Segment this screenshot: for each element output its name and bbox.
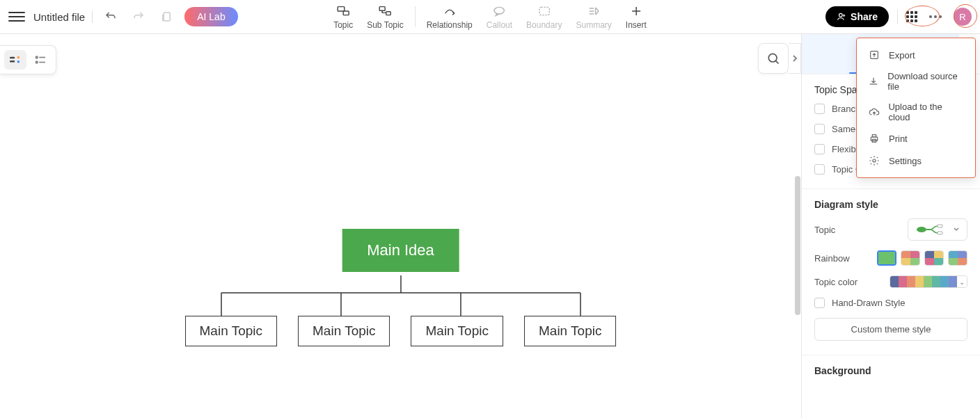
row-topic-color: Topic color ⌄ [814, 275, 967, 288]
topic-style-select[interactable] [908, 218, 967, 241]
rainbow-swatch[interactable] [877, 250, 896, 266]
svg-rect-0 [164, 13, 170, 21]
menu-export[interactable]: Export [857, 44, 975, 66]
topic-color-picker[interactable]: ⌄ [890, 275, 967, 288]
print-icon [868, 132, 880, 145]
toolbar-center: Topic Sub Topic Relationship Callout Bou… [326, 2, 654, 31]
file-name[interactable]: Untitled file [33, 11, 93, 23]
section-background: Background [814, 365, 967, 376]
row-topic: Topic [814, 218, 967, 241]
cloud-upload-icon [868, 106, 880, 118]
section-diagram-style: Diagram style Topic Rainbow Topic color … [814, 199, 967, 341]
svg-rect-3 [379, 7, 385, 11]
share-button[interactable]: Share [825, 6, 889, 27]
checkbox[interactable] [814, 124, 825, 134]
svg-rect-25 [938, 232, 942, 234]
svg-rect-2 [343, 11, 349, 15]
tool-relationship[interactable]: Relationship [420, 2, 480, 31]
gear-icon [868, 154, 880, 167]
row-rainbow: Rainbow [814, 250, 967, 266]
svg-rect-4 [386, 12, 390, 15]
custom-theme-button[interactable]: Custom theme style [814, 318, 967, 341]
menu-upload-cloud[interactable]: Upload to the cloud [857, 97, 975, 127]
rainbow-swatch[interactable] [924, 250, 944, 266]
topic-node[interactable]: Main Topic [411, 316, 503, 346]
checkbox[interactable] [814, 104, 825, 114]
chevron-down-icon [953, 226, 960, 233]
panel-collapse-button[interactable] [789, 43, 801, 74]
tool-boundary: Boundary [519, 2, 569, 31]
connectors [192, 275, 610, 317]
diagram-style-title: Diagram style [814, 199, 967, 210]
checkbox[interactable] [814, 144, 825, 154]
topic-row: Main Topic Main Topic Main Topic Main To… [185, 316, 617, 346]
svg-point-7 [839, 13, 843, 17]
tool-callout: Callout [480, 2, 519, 31]
menu-button[interactable] [8, 8, 25, 25]
svg-rect-24 [938, 225, 942, 227]
checkbox[interactable] [814, 164, 825, 175]
svg-point-5 [494, 7, 504, 14]
menu-settings[interactable]: Settings [857, 150, 975, 172]
more-menu: Export Download source file Upload to th… [856, 38, 976, 178]
tool-topic[interactable]: Topic [326, 2, 360, 31]
header: Untitled file AI Lab Topic Sub Topic Rel… [0, 0, 980, 34]
apps-button[interactable] [906, 11, 917, 22]
boundary-icon [537, 3, 552, 19]
redo-button[interactable] [129, 7, 148, 26]
topic-node[interactable]: Main Topic [185, 316, 277, 346]
share-icon [837, 12, 846, 22]
more-button[interactable] [926, 7, 945, 26]
sub-topic-icon [377, 3, 393, 19]
scrollbar-thumb[interactable] [795, 176, 800, 315]
rainbow-swatch[interactable] [948, 250, 967, 266]
header-left: Untitled file AI Lab [8, 7, 238, 26]
topic-node[interactable]: Main Topic [524, 316, 616, 346]
header-right: Share R [825, 6, 972, 27]
svg-point-20 [768, 54, 777, 62]
callout-icon [491, 3, 507, 19]
tool-insert[interactable]: Insert [619, 2, 654, 31]
canvas[interactable]: Main Idea Main Topic Main Topic Main Top… [0, 34, 801, 418]
branch-style-icon [915, 223, 943, 236]
search-icon [766, 51, 780, 65]
svg-rect-6 [539, 7, 549, 15]
svg-rect-1 [338, 7, 345, 11]
background-title: Background [814, 365, 967, 376]
search-button[interactable] [758, 43, 789, 74]
menu-download-source[interactable]: Download source file [857, 66, 975, 97]
avatar[interactable]: R [954, 8, 972, 26]
chevron-right-icon [792, 54, 798, 63]
svg-point-30 [873, 159, 876, 162]
svg-rect-28 [872, 135, 876, 137]
tool-summary: Summary [569, 2, 618, 31]
download-icon [868, 75, 879, 88]
summary-icon [586, 3, 601, 19]
ai-lab-button[interactable]: AI Lab [184, 7, 237, 26]
check-hand-drawn[interactable]: Hand-Drawn Style [814, 298, 967, 308]
export-icon [868, 49, 880, 61]
rainbow-swatch[interactable] [901, 250, 920, 266]
rainbow-options [877, 250, 967, 266]
relationship-icon [442, 3, 457, 19]
undo-button[interactable] [101, 7, 120, 26]
menu-print[interactable]: Print [857, 127, 975, 150]
clipboard-button[interactable] [157, 7, 176, 26]
checkbox[interactable] [814, 298, 825, 308]
tool-sub-topic[interactable]: Sub Topic [360, 2, 410, 31]
main-idea-node[interactable]: Main Idea [342, 229, 459, 272]
topic-icon [335, 3, 351, 19]
plus-icon [629, 3, 644, 19]
topic-node[interactable]: Main Topic [298, 316, 390, 346]
svg-point-23 [917, 227, 926, 232]
